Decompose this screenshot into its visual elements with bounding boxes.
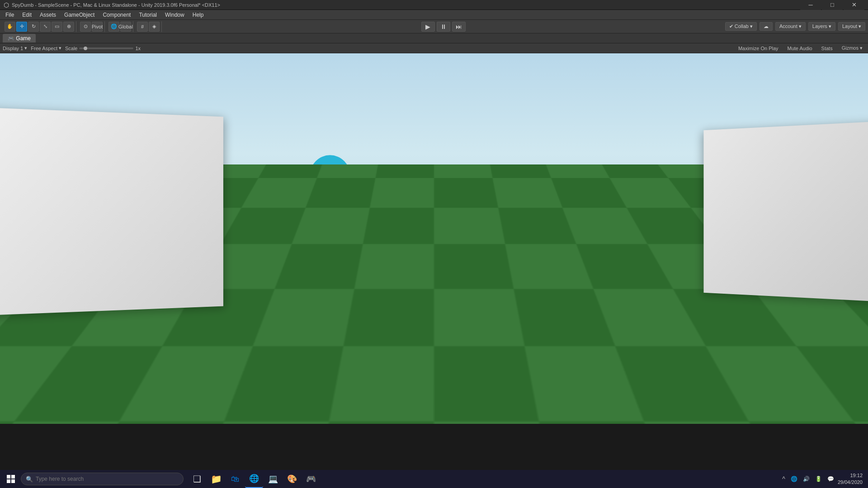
svg-rect-1 <box>325 191 336 199</box>
mute-audio-button[interactable]: Mute Audio <box>785 45 815 52</box>
character-svg <box>289 153 371 288</box>
blender-button[interactable]: 🎨 <box>283 470 301 488</box>
layers-button[interactable]: Layers ▾ <box>808 22 835 31</box>
menu-gameobject[interactable]: GameObject <box>61 11 98 19</box>
windows-logo-icon <box>7 475 15 483</box>
center-icon[interactable]: ⊙ <box>80 22 91 32</box>
tool-group: ✋ ✛ ↻ ⤡ ▭ ⊕ <box>3 21 76 32</box>
svg-rect-5 <box>312 226 348 229</box>
tab-game[interactable]: 🎮 Game <box>3 34 36 42</box>
menu-component[interactable]: Component <box>99 11 134 19</box>
chrome-icon: 🌐 <box>249 474 259 483</box>
store-icon: 🛍 <box>231 474 239 484</box>
menu-edit[interactable]: Edit <box>19 11 35 19</box>
clock-date: 29/04/2020 <box>838 479 863 486</box>
rect-tool-button[interactable]: ▭ <box>52 22 62 32</box>
pivot-label: Pivot <box>92 24 103 29</box>
window-controls: ─ □ ✕ <box>800 0 864 10</box>
svg-rect-13 <box>11 475 15 479</box>
aspect-selector[interactable]: Free Aspect ▾ <box>31 45 61 51</box>
menu-file[interactable]: File <box>2 11 18 19</box>
multi-tool-button[interactable]: ⊕ <box>63 22 74 32</box>
aspect-arrow-icon: ▾ <box>59 45 61 51</box>
layout-label: Layout ▾ <box>842 23 861 29</box>
global-button[interactable]: Global <box>120 22 131 32</box>
display-arrow-icon: ▾ <box>24 45 27 51</box>
svg-rect-12 <box>7 475 10 479</box>
move-tool-button[interactable]: ✛ <box>16 22 27 32</box>
clock-time: 19:12 <box>838 472 863 479</box>
play-button[interactable]: ▶ <box>421 22 435 32</box>
menu-tutorial[interactable]: Tutorial <box>135 11 160 19</box>
store-button[interactable]: 🛍 <box>226 470 244 488</box>
scale-tool-button[interactable]: ⤡ <box>40 22 51 32</box>
volume-icon[interactable]: 🔊 <box>801 474 811 484</box>
svg-rect-7 <box>348 201 362 237</box>
svg-point-0 <box>310 155 350 195</box>
layout-button[interactable]: Layout ▾ <box>838 22 865 31</box>
extra-tool-button[interactable]: ◈ <box>149 22 160 32</box>
global-icon[interactable]: 🌐 <box>108 22 119 32</box>
show-hidden-button[interactable]: ^ <box>780 474 787 484</box>
layers-label: Layers ▾ <box>812 23 831 29</box>
taskbar: 🔍 ❑ 📁 🛍 🌐 💻 🎨 🎮 ^ 🌐 🔊 🔋 💬 1 <box>0 470 868 488</box>
battery-icon[interactable]: 🔋 <box>813 474 824 484</box>
scale-thumb[interactable] <box>84 47 87 50</box>
scale-label: Scale <box>65 46 78 51</box>
menu-window[interactable]: Window <box>161 11 188 19</box>
cloud-button[interactable]: ☁ <box>760 22 773 31</box>
maximize-button[interactable]: □ <box>822 0 843 10</box>
network-icon[interactable]: 🌐 <box>789 474 799 484</box>
vscode-icon: 💻 <box>268 474 278 484</box>
search-input[interactable] <box>36 476 179 482</box>
stats-button[interactable]: Stats <box>819 45 835 52</box>
cloud-icon: ☁ <box>764 23 769 29</box>
search-box[interactable]: 🔍 <box>21 473 184 485</box>
svg-rect-6 <box>298 201 312 237</box>
display-selector[interactable]: Display 1 ▾ <box>3 45 27 51</box>
file-explorer-button[interactable]: 📁 <box>207 470 225 488</box>
maximize-on-play-button[interactable]: Maximize On Play <box>736 45 781 52</box>
svg-rect-15 <box>11 479 15 483</box>
scale-control: Scale 1x <box>65 46 141 51</box>
box-right <box>703 120 868 302</box>
game-icon: 🎮 <box>8 35 14 42</box>
game-tab-label: Game <box>16 35 31 42</box>
blender-icon: 🎨 <box>287 474 297 484</box>
vs-code-button[interactable]: 💻 <box>264 470 282 488</box>
notification-icon[interactable]: 💬 <box>826 474 836 484</box>
scale-track[interactable] <box>79 47 133 49</box>
taskbar-apps: ❑ 📁 🛍 🌐 💻 🎨 🎮 <box>188 470 320 488</box>
task-view-icon: ❑ <box>193 474 201 484</box>
svg-rect-3 <box>312 210 348 213</box>
close-button[interactable]: ✕ <box>844 0 864 10</box>
minimize-button[interactable]: ─ <box>800 0 821 10</box>
game-viewport[interactable]: Auto Generate Lighting On <box>0 53 868 424</box>
pause-button[interactable]: ⏸ <box>437 22 450 32</box>
snap-icon[interactable]: # <box>137 22 148 32</box>
auto-lighting-notice: Auto Generate Lighting On <box>802 395 864 402</box>
hand-tool-button[interactable]: ✋ <box>5 22 15 32</box>
box-left <box>0 107 223 316</box>
svg-rect-14 <box>7 479 10 483</box>
gizmos-button[interactable]: Gizmos ▾ <box>839 45 865 52</box>
step-button[interactable]: ⏭ <box>452 22 466 32</box>
taskbar-right: ^ 🌐 🔊 🔋 💬 19:12 29/04/2020 <box>780 472 866 486</box>
start-button[interactable] <box>2 470 20 488</box>
menu-assets[interactable]: Assets <box>36 11 60 19</box>
rotate-tool-button[interactable]: ↻ <box>28 22 39 32</box>
unity-hub-button[interactable]: 🎮 <box>302 470 320 488</box>
pivot-group: ⊙ Pivot <box>78 21 105 32</box>
task-view-button[interactable]: ❑ <box>188 470 206 488</box>
unity-icon: 🎮 <box>306 474 316 484</box>
clock[interactable]: 19:12 29/04/2020 <box>838 472 863 486</box>
collab-button[interactable]: ✔ Collab ▾ <box>725 22 757 31</box>
toolbar: ✋ ✛ ↻ ⤡ ▭ ⊕ ⊙ Pivot 🌐 Global # ◈ ▶ ⏸ ⏭ ✔… <box>0 20 868 33</box>
account-button[interactable]: Account ▾ <box>775 22 806 31</box>
scale-value: 1x <box>135 46 141 51</box>
pivot-button[interactable]: Pivot <box>92 22 103 32</box>
menu-help[interactable]: Help <box>189 11 208 19</box>
playmode-controls: ▶ ⏸ ⏭ <box>164 22 723 32</box>
unity-logo-icon: ⬡ <box>4 1 9 9</box>
chrome-button[interactable]: 🌐 <box>245 470 263 488</box>
